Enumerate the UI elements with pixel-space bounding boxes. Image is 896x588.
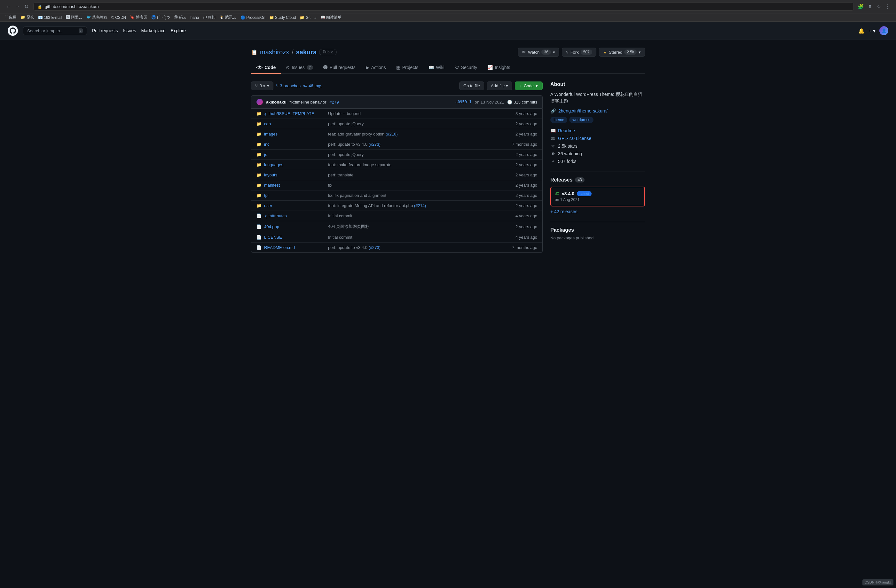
bookmark-studycloud[interactable]: 📁 Study Cloud — [269, 15, 296, 20]
repo-name[interactable]: sakura — [296, 49, 317, 56]
bookmark-163[interactable]: 📧 163 E-mail — [38, 15, 62, 20]
new-button[interactable]: + ▾ — [869, 28, 876, 34]
nav-pull-requests[interactable]: Pull requests — [92, 28, 118, 33]
tab-actions[interactable]: ▶ Actions — [361, 62, 391, 74]
tab-code-label: Code — [264, 65, 276, 70]
file-name[interactable]: user — [264, 203, 328, 208]
tab-code[interactable]: </> Code — [251, 62, 281, 74]
code-button-label: Code — [524, 84, 534, 88]
file-name[interactable]: languages — [264, 163, 328, 167]
table-row: 📁 languages feat: make feature image sep… — [251, 160, 542, 170]
star-button[interactable]: ★ Starred 2.5k ▾ — [599, 48, 645, 56]
topic-theme[interactable]: theme — [550, 117, 567, 123]
share-button[interactable]: ⬆ — [867, 3, 873, 10]
tab-wiki[interactable]: 📖 Wiki — [424, 62, 449, 74]
bookmark-apps[interactable]: ⠿ 应用 — [5, 15, 17, 20]
file-name[interactable]: images — [264, 132, 328, 137]
topic-wordpress[interactable]: wordpress — [569, 117, 593, 123]
folder-icon: 📁 — [256, 203, 264, 208]
about-meta: 📖 Readme ⚖ GPL-2.0 License ☆ 2.5k stars … — [550, 128, 645, 164]
tab-issues[interactable]: ⊙ Issues 7 — [281, 62, 318, 74]
folder-icon: 📁 — [256, 173, 264, 177]
bookmark-csdn[interactable]: © CSDN — [111, 15, 126, 20]
bookmark-emoji[interactable]: 🌀 ( ´ · `)つ — [151, 15, 171, 20]
commit-issue-link[interactable]: (#273) — [369, 245, 381, 250]
nav-marketplace[interactable]: Marketplace — [141, 28, 165, 33]
bookmark-processon[interactable]: 🔵 ProcessOn — [241, 15, 265, 20]
commit-hash[interactable]: a0950f1 — [456, 100, 472, 104]
file-name[interactable]: .github/ISSUE_TEMPLATE — [264, 111, 328, 116]
bookmark-git[interactable]: 📁 Git — [300, 15, 311, 20]
add-file-button[interactable]: Add file ▾ — [487, 82, 512, 90]
tab-pull-requests[interactable]: ⓿ Pull requests — [318, 62, 361, 74]
code-button[interactable]: ↓ Code ▾ — [515, 82, 542, 90]
tab-projects[interactable]: ▦ Projects — [391, 62, 424, 74]
nav-explore[interactable]: Explore — [171, 28, 186, 33]
file-name[interactable]: inc — [264, 142, 328, 147]
commit-issue-link[interactable]: (#273) — [369, 142, 381, 147]
more-button[interactable]: ⋮ — [884, 3, 891, 10]
bookmark-tencent[interactable]: 🐧 腾讯云 — [219, 15, 237, 20]
repo-owner[interactable]: mashirozx — [260, 49, 289, 56]
release-version: 🏷 v3.4.0 Latest — [555, 191, 640, 196]
folder-icon: 📁 — [256, 163, 264, 167]
watch-button[interactable]: 👁 Watch 36 ▾ — [518, 48, 559, 56]
watching-item: 👁 36 watching — [550, 151, 645, 156]
file-name[interactable]: tpl — [264, 193, 328, 198]
forward-button[interactable]: → — [14, 3, 20, 10]
releases-section: Releases 43 🏷 v3.4.0 Latest on 1 Aug 202… — [550, 177, 645, 214]
notifications-button[interactable]: 🔔 — [858, 28, 865, 34]
tab-insights[interactable]: 📈 Insights — [482, 62, 515, 74]
search-bar[interactable]: Search or jump to... / — [23, 27, 87, 35]
file-name[interactable]: 404.php — [264, 224, 328, 229]
browser-controls: ← → ↻ — [5, 3, 29, 10]
bookmark-aliyun[interactable]: 🅰 阿里云 — [66, 15, 82, 20]
file-name[interactable]: LICENSE — [264, 235, 328, 240]
stars-item: ☆ 2.5k stars — [550, 143, 645, 149]
file-name[interactable]: README-en.md — [264, 245, 328, 250]
file-date: 7 months ago — [505, 142, 537, 147]
tab-actions-label: Actions — [371, 65, 386, 70]
commit-issue-link[interactable]: (#210) — [386, 132, 398, 137]
bookmark-rookie[interactable]: 🐦 菜鸟教程 — [86, 15, 107, 20]
packages-section: Packages No packages published — [550, 227, 645, 240]
readme-item: 📖 Readme — [550, 128, 645, 133]
nav-issues[interactable]: Issues — [123, 28, 136, 33]
file-name[interactable]: .gitattributes — [264, 213, 328, 218]
file-name[interactable]: cdn — [264, 122, 328, 126]
commit-issue-link[interactable]: (#214) — [414, 203, 426, 208]
tab-wiki-label: Wiki — [436, 65, 444, 70]
readme-link[interactable]: Readme — [558, 128, 575, 133]
fork-button[interactable]: ⑂ Fork 507 — [562, 48, 596, 56]
commit-author-name[interactable]: akikohaku — [266, 100, 286, 105]
more-releases-link[interactable]: + 42 releases — [550, 209, 645, 214]
website-link[interactable]: 🔗 2heng.xin/theme-sakura/ — [550, 108, 645, 114]
bookmark-button[interactable]: ☆ — [876, 3, 882, 10]
back-button[interactable]: ← — [5, 3, 12, 10]
branches-link[interactable]: ⑂ 3 branches — [276, 84, 300, 88]
bookmark-gitee[interactable]: Ⓖ 码云 — [174, 15, 186, 20]
user-avatar[interactable]: 👤 — [879, 26, 888, 35]
bookmark-leetcode[interactable]: 🏷 领扣 — [203, 15, 215, 20]
commit-pr-link[interactable]: #279 — [329, 100, 339, 105]
license-link[interactable]: GPL-2.0 License — [558, 136, 591, 141]
file-name[interactable]: manifest — [264, 183, 328, 188]
refresh-button[interactable]: ↻ — [23, 3, 29, 10]
github-logo[interactable] — [8, 26, 18, 36]
tab-security[interactable]: 🛡 Security — [450, 62, 483, 74]
bookmark-cnblogs[interactable]: 🔖 博客园 — [130, 15, 147, 20]
release-version-number[interactable]: v3.4.0 — [562, 191, 574, 196]
branch-selector[interactable]: ⑂ 3.x ▾ — [251, 82, 273, 90]
bookmark-reader[interactable]: 📖 阅读清单 — [320, 15, 341, 20]
file-name[interactable]: layouts — [264, 173, 328, 177]
bookmark-haha[interactable]: haha — [190, 15, 199, 20]
file-date: 4 years ago — [505, 235, 537, 240]
tags-link[interactable]: 🏷 46 tags — [303, 84, 322, 88]
file-name[interactable]: js — [264, 152, 328, 157]
watching-count: 36 watching — [558, 151, 582, 156]
extensions-button[interactable]: 🧩 — [858, 3, 864, 10]
bookmark-kunlun[interactable]: 📁 昆仑 — [20, 15, 34, 20]
goto-file-button[interactable]: Go to file — [459, 82, 484, 90]
address-bar[interactable]: 🔒 github.com/mashirozx/sakura — [33, 3, 854, 11]
repo-separator: / — [292, 49, 294, 56]
